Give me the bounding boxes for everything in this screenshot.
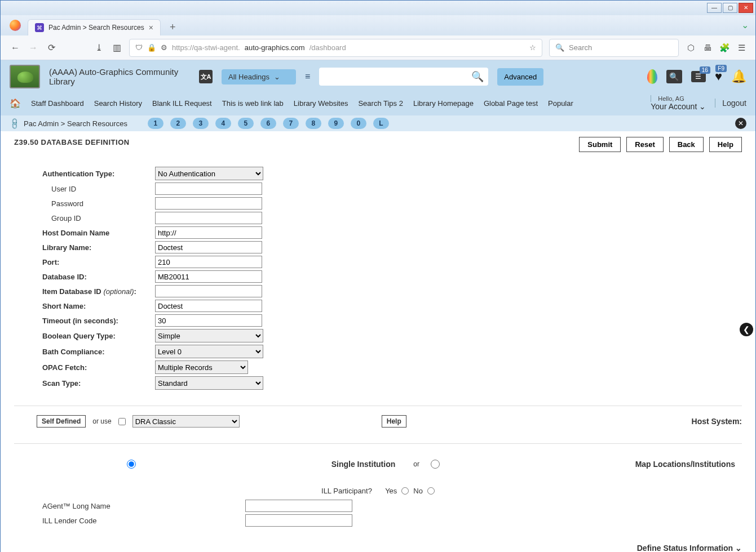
pill-9[interactable]: 9: [328, 118, 344, 129]
url-path: /dashboard: [310, 43, 346, 52]
bookmark-star-icon[interactable]: ☆: [529, 43, 536, 52]
download-tray-icon[interactable]: ⤓: [93, 42, 104, 54]
ill-participant-label: ILL Participant?: [321, 487, 372, 495]
nav-forward-button[interactable]: →: [28, 42, 39, 54]
pill-4[interactable]: 4: [215, 118, 231, 129]
back-button[interactable]: Back: [669, 137, 704, 152]
search-heading-dropdown[interactable]: All Headings ⌄: [222, 69, 296, 84]
nav-global-page[interactable]: Global Page test: [484, 99, 538, 108]
define-status-toggle[interactable]: Define Status Information ⌄: [14, 544, 742, 552]
library-icon[interactable]: ▥: [111, 42, 122, 54]
user-id-input[interactable]: [155, 182, 262, 195]
scan-select[interactable]: Standard: [155, 376, 263, 390]
group-id-input[interactable]: [155, 212, 262, 224]
pill-1[interactable]: 1: [148, 118, 163, 129]
self-defined-button[interactable]: Self Defined: [37, 415, 86, 428]
pill-6[interactable]: 6: [260, 118, 276, 129]
short-name-input[interactable]: [155, 300, 262, 312]
host-domain-input[interactable]: [155, 226, 262, 239]
window-close-button[interactable]: ✕: [739, 3, 753, 13]
pill-7[interactable]: 7: [283, 118, 299, 129]
tab-close-icon[interactable]: ×: [149, 23, 153, 32]
ill-lender-code-input[interactable]: [245, 514, 352, 527]
pocket-icon[interactable]: ⬡: [686, 43, 696, 53]
nav-back-button[interactable]: ←: [10, 42, 21, 54]
nav-reload-button[interactable]: ⟳: [46, 42, 57, 54]
timeout-input[interactable]: [155, 314, 262, 327]
extensions-icon[interactable]: 🧩: [719, 43, 730, 53]
single-institution-radio[interactable]: [127, 460, 136, 469]
map-locations-radio[interactable]: [431, 460, 440, 469]
opac-select[interactable]: Multiple Records: [155, 360, 248, 374]
home-icon[interactable]: 🏠: [10, 98, 21, 109]
lists-icon-wrap[interactable]: ☰ 16: [691, 71, 706, 82]
bath-select[interactable]: Level 0: [155, 345, 263, 358]
submit-button[interactable]: Submit: [579, 137, 621, 152]
browser-search-box[interactable]: 🔍 Search: [549, 39, 679, 57]
chevron-down-icon: ⌄: [735, 544, 742, 552]
catalog-search-input[interactable]: [324, 73, 471, 81]
agent-long-name-input[interactable]: [245, 500, 352, 512]
breadcrumb[interactable]: Pac Admin > Search Resources: [24, 119, 127, 128]
link-icon: 🔗: [8, 117, 21, 130]
print-icon[interactable]: 🖶: [702, 43, 713, 53]
reset-button[interactable]: Reset: [626, 137, 663, 152]
port-input[interactable]: [155, 256, 262, 268]
help-button[interactable]: Help: [709, 137, 742, 152]
nav-blank-ill[interactable]: Blank ILL Request: [152, 99, 212, 108]
pill-5[interactable]: 5: [238, 118, 254, 129]
bell-icon[interactable]: 🔔: [731, 69, 746, 84]
host-help-button[interactable]: Help: [382, 415, 406, 428]
minimize-button[interactable]: —: [707, 3, 722, 13]
nav-library-websites[interactable]: Library Websites: [294, 99, 348, 108]
pill-8[interactable]: 8: [306, 118, 321, 129]
ill-no-radio[interactable]: [427, 487, 435, 495]
ill-yes-radio[interactable]: [401, 487, 409, 495]
advanced-search-button[interactable]: Advanced: [497, 68, 543, 86]
org-name: (AAAA) Auto-Graphics Community Library: [49, 67, 190, 86]
pill-3[interactable]: 3: [193, 118, 209, 129]
favorites-icon[interactable]: ♥ F9: [715, 69, 722, 84]
tab-overflow-icon[interactable]: ⌄: [741, 20, 749, 30]
nav-web-link-lab[interactable]: This is web link lab: [222, 99, 284, 108]
ill-yes-label: Yes: [385, 487, 397, 495]
library-name-input[interactable]: [155, 241, 262, 253]
password-input[interactable]: [155, 197, 262, 210]
nav-row: 🏠 Staff Dashboard Search History Blank I…: [1, 93, 755, 115]
search-plus-icon[interactable]: 🔍: [666, 70, 682, 83]
menu-icon[interactable]: ☰: [736, 43, 746, 53]
pill-L[interactable]: L: [373, 118, 389, 129]
use-host-checkbox[interactable]: [118, 418, 126, 425]
catalog-search-button[interactable]: 🔍: [471, 70, 484, 83]
balloon-icon[interactable]: [647, 69, 657, 84]
bool-query-label: Boolean Query Type:: [42, 332, 155, 340]
main-content: Z39.50 DATABASE DEFINITION Submit Reset …: [1, 131, 755, 552]
translate-icon[interactable]: 文A: [199, 70, 213, 83]
maximize-button[interactable]: ▢: [723, 3, 737, 13]
auth-type-select[interactable]: No Authentication: [155, 167, 263, 180]
item-db-input[interactable]: [155, 285, 262, 297]
pill-0[interactable]: 0: [351, 118, 366, 129]
url-bar[interactable]: 🛡 🔒 ⚙ https://qa-stwi-agent.auto-graphic…: [129, 39, 542, 57]
nav-search-history[interactable]: Search History: [94, 99, 142, 108]
lock-icon: 🔒: [147, 43, 156, 52]
database-icon[interactable]: ≡: [305, 72, 310, 82]
nav-library-homepage[interactable]: Library Homepage: [413, 99, 474, 108]
pill-2[interactable]: 2: [170, 118, 186, 129]
side-panel-toggle[interactable]: ❮: [740, 323, 753, 336]
nav-search-tips[interactable]: Search Tips 2: [358, 99, 403, 108]
port-label: Port:: [42, 258, 155, 266]
database-id-input[interactable]: [155, 270, 262, 283]
host-system-select[interactable]: DRA Classic: [132, 415, 240, 428]
close-panel-icon[interactable]: ✕: [735, 118, 746, 129]
nav-staff-dashboard[interactable]: Staff Dashboard: [31, 99, 84, 108]
new-tab-button[interactable]: +: [165, 19, 180, 35]
browser-tab[interactable]: ⌘ Pac Admin > Search Resources ×: [28, 19, 161, 35]
bool-query-select[interactable]: Simple: [155, 329, 263, 342]
map-locations-label: Map Locations/Institutions: [635, 460, 735, 469]
account-dropdown[interactable]: Your Account ⌄: [651, 102, 706, 111]
firefox-icon: [10, 20, 21, 31]
logout-link[interactable]: Logout: [715, 99, 746, 108]
nav-popular[interactable]: Popular: [548, 99, 573, 108]
shield-icon: 🛡: [135, 43, 143, 52]
